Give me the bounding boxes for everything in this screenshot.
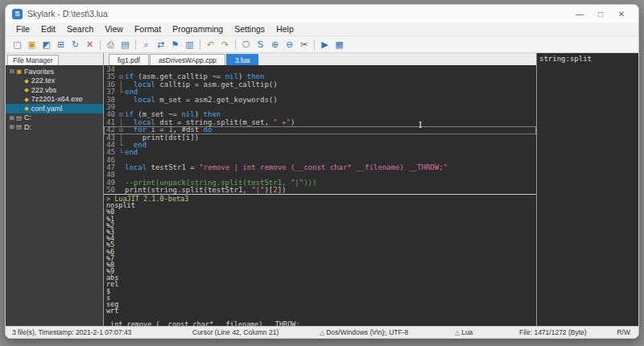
- tree-item-label: Favorites: [24, 68, 54, 76]
- toolbar-button-redo-icon[interactable]: ↷: [218, 38, 232, 51]
- code-line-43[interactable]: 43│ print(dst[i]): [104, 134, 536, 142]
- toolbar-button-new-file-icon[interactable]: ▢: [10, 38, 24, 51]
- output-console[interactable]: > LuaJIT 2.1.0-beta3nosplit%0%1%2%3%4%5%…: [104, 194, 536, 326]
- toolbar-separator: [314, 39, 315, 50]
- menu-settings[interactable]: Settings: [229, 24, 270, 34]
- console-line: %0: [106, 208, 534, 215]
- toolbar-button-save-all-icon[interactable]: ⊞: [54, 38, 68, 51]
- tree-item-label: D:: [24, 123, 31, 131]
- status-line-ending[interactable]: △Dos/Windows (\r\n): [320, 328, 384, 336]
- fold-marker-icon[interactable]: ⊟: [118, 73, 125, 80]
- toolbar-button-hex-view-icon[interactable]: ⎔: [239, 38, 253, 51]
- console-line: abs: [106, 274, 534, 281]
- minimize-button[interactable]: —: [569, 10, 590, 19]
- status-encoding[interactable]: △UTF-8: [382, 328, 408, 336]
- code-line-44[interactable]: 44└ end: [104, 142, 536, 149]
- console-line: > LuaJIT 2.1.0-beta3: [106, 196, 534, 202]
- status-bar: 3 file(s), Timestamp: 2021-2-1 07:07:43C…: [6, 326, 638, 338]
- menu-help[interactable]: Help: [270, 24, 299, 34]
- toolbar-button-open-folder-icon[interactable]: ▣: [25, 38, 39, 51]
- code-line-47[interactable]: 47local testStr1 = "remove | int remove …: [104, 164, 536, 171]
- tree-item-c-[interactable]: ⊞▤C:: [6, 113, 103, 123]
- toolbar-button-search-icon[interactable]: ⌕: [139, 38, 153, 51]
- toolbar-button-print-icon[interactable]: ⎙: [104, 38, 118, 51]
- tree-item-d-[interactable]: ⊞▤D:: [6, 122, 103, 132]
- status-permissions: R/W: [617, 328, 630, 336]
- title-bar[interactable]: S Skylark - D:\test\3.lua — □ ✕: [6, 5, 638, 23]
- console-line: %6: [106, 249, 534, 255]
- file-manager-tab[interactable]: File Manager: [7, 55, 59, 65]
- toolbar-button-close-file-icon[interactable]: ✕: [83, 38, 97, 51]
- status-cursor-position-text: Cursor (Line 42, Column 21): [192, 328, 279, 336]
- toolbar-button-preview-icon[interactable]: ▤: [118, 38, 132, 51]
- menu-programming[interactable]: Programming: [167, 24, 229, 34]
- fold-guide: └: [118, 142, 125, 149]
- toolbar-button-zoom-out-icon[interactable]: ⊖: [283, 38, 296, 51]
- tree-item-222-vbs[interactable]: ◆222.vbs: [6, 85, 103, 95]
- code-line-36[interactable]: 36│ local calltip = asm.get_calltip(): [104, 81, 536, 89]
- symbol-item[interactable]: string:split: [539, 55, 592, 63]
- tree-expander-icon[interactable]: ⊞: [8, 123, 16, 130]
- toolbar-button-bookmark-icon[interactable]: ⚑: [168, 38, 182, 51]
- tree-item-favorites[interactable]: ⊟▣Favorites: [6, 67, 103, 76]
- status-language[interactable]: △Lua: [455, 328, 473, 336]
- code-text: end: [125, 149, 138, 156]
- code-text: local m_set = asm2.get_keywords(): [125, 97, 278, 104]
- console-line: %5: [106, 241, 534, 248]
- fold-guide: [118, 97, 125, 104]
- code-editor[interactable]: I 3435⊟if (asm.get_calltip ~= nil) then3…: [104, 65, 536, 194]
- fold-marker-icon[interactable]: ⊟: [118, 126, 125, 134]
- toolbar-button-save-icon[interactable]: ◩: [39, 38, 53, 51]
- close-button[interactable]: ✕: [611, 10, 632, 19]
- tree-item-222-tex[interactable]: ◆222.tex: [6, 76, 103, 86]
- dropdown-triangle-icon: △: [455, 329, 460, 336]
- toolbar-button-undo-icon[interactable]: ↶: [204, 38, 217, 51]
- toolbar-button-script-icon[interactable]: S: [254, 38, 267, 51]
- menu-format[interactable]: Format: [129, 24, 167, 34]
- console-line: s: [106, 295, 534, 301]
- main-area: File Manager ⊟▣Favorites◆222.tex◆222.vbs…: [6, 53, 638, 326]
- code-line-38[interactable]: 38 local m_set = asm2.get_keywords(): [104, 97, 536, 104]
- tab-fig1-pdf[interactable]: fig1.pdf: [109, 54, 149, 65]
- maximize-button[interactable]: □: [590, 10, 611, 19]
- file-manager-header-strip: File Manager: [6, 53, 103, 65]
- toolbar-button-snippets-icon[interactable]: ▥: [183, 38, 196, 51]
- toolbar-button-replace-icon[interactable]: ⇄: [154, 38, 167, 51]
- tree-item-7z2201-x64-exe[interactable]: ◆7z2201-x64.exe: [6, 95, 103, 105]
- menu-search[interactable]: Search: [61, 24, 99, 34]
- tree-item-conf-yaml[interactable]: ◆conf.yaml: [6, 104, 103, 113]
- file-tree: ⊟▣Favorites◆222.tex◆222.vbs◆7z2201-x64.e…: [6, 65, 103, 326]
- menu-view[interactable]: View: [99, 24, 129, 34]
- dropdown-triangle-icon: △: [320, 329, 324, 336]
- menu-edit[interactable]: Edit: [35, 24, 61, 34]
- fold-marker-icon[interactable]: ⊟: [118, 111, 125, 118]
- status-file-size-text: File: 1471/1272 (Byte): [519, 328, 587, 336]
- console-line: %7: [106, 255, 534, 262]
- tab-strip: fig1.pdfasDrivesWApp.cpp3.lua: [104, 53, 536, 65]
- toolbar-button-zoom-in-icon[interactable]: ⊕: [268, 38, 282, 51]
- fold-guide: [118, 104, 125, 111]
- tree-expander-icon[interactable]: ⊟: [8, 68, 16, 75]
- editor-column: fig1.pdfasDrivesWApp.cpp3.lua I 3435⊟if …: [104, 53, 536, 326]
- code-line-50[interactable]: 50print(string.split(testStr1, "|")[2]): [104, 187, 536, 194]
- tab-asdriveswapp-cpp[interactable]: asDrivesWApp.cpp: [150, 54, 225, 65]
- code-text: print(string.split(testStr1, "|")[2]): [125, 187, 287, 194]
- status-permissions-text: R/W: [617, 328, 630, 336]
- menu-bar: FileEditSearchViewFormatProgrammingSetti…: [6, 23, 638, 36]
- tree-item-label: 222.vbs: [31, 86, 57, 94]
- file-icon: ◆: [24, 77, 29, 84]
- fold-guide: [118, 179, 125, 187]
- symbols-panel[interactable]: string:split: [536, 53, 638, 326]
- tree-expander-icon[interactable]: ⊞: [8, 114, 16, 122]
- file-icon: ◆: [24, 105, 29, 112]
- tree-item-label: 7z2201-x64.exe: [31, 95, 83, 103]
- toolbar-button-cut-icon[interactable]: ✂: [297, 38, 311, 51]
- menu-file[interactable]: File: [10, 24, 35, 34]
- code-line-45[interactable]: 45└end: [104, 149, 536, 156]
- fold-guide: [118, 187, 125, 194]
- toolbar-button-run-icon[interactable]: ▶: [318, 38, 332, 51]
- app-window: S Skylark - D:\test\3.lua — □ ✕ FileEdit…: [5, 4, 639, 339]
- toolbar-button-panel-grid-icon[interactable]: ▦: [332, 38, 346, 51]
- toolbar-button-reload-icon[interactable]: ↻: [68, 38, 82, 51]
- tab-3-lua[interactable]: 3.lua: [226, 54, 258, 65]
